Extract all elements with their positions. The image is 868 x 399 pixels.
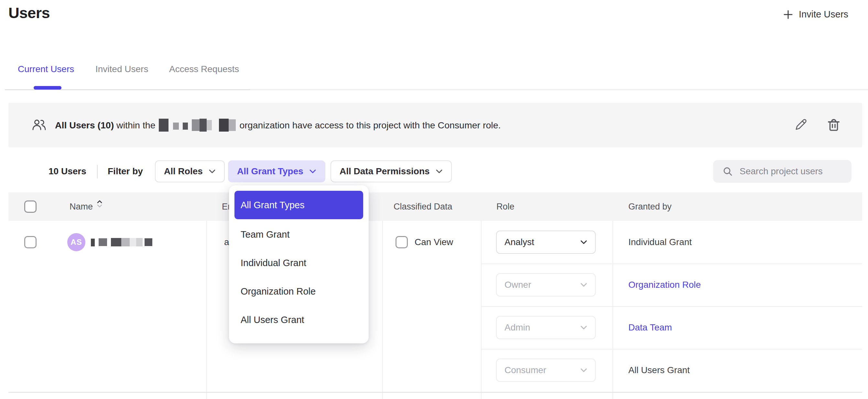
row-divider [8,392,862,393]
table-header: Name Email Classified Data Role Granted … [8,192,862,221]
granted-by-individual-grant: Individual Grant [628,221,692,264]
chevron-down-icon [580,368,587,372]
role-select-consumer: Consumer [496,359,596,382]
role-select-value: Admin [504,323,530,333]
row-checkbox[interactable] [24,236,36,248]
granted-by-data-team-link[interactable]: Data Team [628,306,672,349]
column-classified-data: Classified Data [394,192,453,221]
table-row: AS a Can View Analyst Owner Admin [8,221,862,399]
banner-end: organization have access to this project… [240,120,501,131]
active-tab-indicator [34,86,61,90]
role-select-value: Consumer [504,365,546,375]
granted-by-all-users-grant: All Users Grant [628,349,690,392]
role-select-admin: Admin [496,316,596,339]
granted-by-organization-role-link[interactable]: Organization Role [628,264,701,306]
dropdown-item-individual-grant[interactable]: Individual Grant [229,249,369,277]
column-divider [481,221,482,399]
filter-by-label: Filter by [108,160,143,182]
redacted-org-name [159,119,237,132]
chevron-down-icon [436,169,443,174]
dropdown-item-team-grant[interactable]: Team Grant [229,220,369,249]
column-divider [613,221,613,399]
users-group-icon [32,119,46,132]
sort-icon[interactable] [97,200,102,208]
column-role: Role [496,192,515,221]
chevron-down-icon [209,169,216,174]
all-data-permissions-label: All Data Permissions [340,166,430,177]
select-all-checkbox[interactable] [24,201,36,213]
banner-text: All Users (10) within the organization h… [55,119,501,132]
grant-types-dropdown-menu: All Grant Types Team Grant Individual Gr… [229,185,369,343]
chevron-down-icon [580,240,587,244]
edit-icon[interactable] [794,117,808,133]
search-icon [723,166,733,176]
can-view-label: Can View [414,221,453,264]
tab-access-requests[interactable]: Access Requests [169,64,239,74]
all-grant-types-label: All Grant Types [237,166,303,177]
avatar: AS [67,233,85,251]
column-divider [382,221,383,399]
role-select-value: Analyst [504,237,534,247]
user-count: 10 Users [49,160,86,182]
column-name[interactable]: Name [69,192,93,221]
dropdown-item-all-grant-types[interactable]: All Grant Types [235,191,363,219]
all-roles-label: All Roles [164,166,203,177]
all-roles-filter[interactable]: All Roles [155,160,225,182]
all-users-banner: All Users (10) within the organization h… [8,103,862,148]
column-divider [206,221,207,399]
all-grant-types-filter[interactable]: All Grant Types [228,160,326,182]
page-title: Users [8,4,50,22]
chevron-down-icon [580,325,587,330]
delete-icon[interactable] [827,118,840,133]
banner-emphasis: All Users (10) [55,120,114,131]
role-select-owner: Owner [496,273,596,297]
banner-middle: within the [117,120,155,131]
user-email: a [224,221,229,264]
invite-users-button[interactable]: Invite Users [783,9,848,20]
all-data-permissions-filter[interactable]: All Data Permissions [331,160,452,182]
role-select-value: Owner [504,280,531,290]
chevron-down-icon [309,169,316,174]
tab-bar-border-extension [250,89,868,90]
dropdown-item-organization-role[interactable]: Organization Role [229,277,369,306]
dropdown-item-all-users-grant[interactable]: All Users Grant [229,306,369,334]
can-view-checkbox[interactable] [396,236,408,248]
plus-icon [783,9,793,20]
search-input[interactable] [740,166,843,177]
column-granted-by: Granted by [628,192,672,221]
redacted-user-name [91,238,153,246]
role-select-analyst[interactable]: Analyst [496,231,596,254]
tab-current-users[interactable]: Current Users [18,64,74,74]
chevron-down-icon [580,283,587,287]
search-project-users[interactable] [713,160,851,183]
tab-invited-users[interactable]: Invited Users [95,64,148,74]
invite-users-label: Invite Users [799,9,848,20]
filter-divider [97,165,98,179]
users-page: Users Invite Users Current Users Invited… [0,0,868,399]
